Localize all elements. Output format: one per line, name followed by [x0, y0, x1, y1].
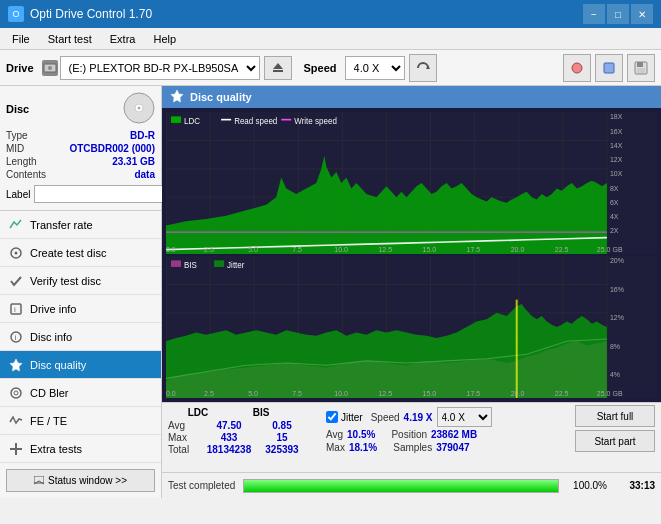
svg-text:22.5: 22.5 [555, 245, 569, 254]
svg-text:2.5: 2.5 [204, 389, 214, 398]
drive-label: Drive [6, 62, 34, 74]
progress-percent: 100.0% [567, 480, 607, 491]
create-test-disc-icon [8, 245, 24, 261]
jitter-max-label: Max [326, 442, 345, 453]
svg-text:20.0: 20.0 [511, 245, 525, 254]
position-value: 23862 MB [431, 429, 477, 440]
start-full-button[interactable]: Start full [575, 405, 655, 427]
refresh-button[interactable] [409, 54, 437, 82]
svg-text:5.0: 5.0 [248, 245, 258, 254]
disc-title: Disc [6, 103, 29, 115]
menu-extra[interactable]: Extra [102, 31, 144, 47]
svg-text:17.5: 17.5 [467, 389, 481, 398]
svg-text:6X: 6X [610, 198, 619, 207]
svg-text:18X: 18X [610, 112, 623, 121]
svg-text:17.5: 17.5 [467, 245, 481, 254]
svg-text:5.0: 5.0 [248, 389, 258, 398]
start-part-button[interactable]: Start part [575, 430, 655, 452]
progress-time: 33:13 [615, 480, 655, 491]
sidebar-item-create-test-disc[interactable]: Create test disc [0, 239, 161, 267]
avg-ldc: 47.50 [204, 420, 254, 431]
svg-rect-24 [15, 443, 17, 455]
minimize-button[interactable]: − [583, 4, 605, 24]
mid-label: MID [6, 143, 24, 154]
svg-text:12X: 12X [610, 155, 623, 164]
menu-start-test[interactable]: Start test [40, 31, 100, 47]
sidebar-label-verify-test-disc: Verify test disc [30, 275, 101, 287]
sidebar-item-extra-tests[interactable]: Extra tests [0, 435, 161, 463]
svg-text:12.5: 12.5 [378, 245, 392, 254]
svg-text:8%: 8% [610, 342, 621, 351]
speed-label: Speed [304, 62, 337, 74]
svg-rect-96 [214, 260, 224, 267]
titlebar-left: O Opti Drive Control 1.70 [8, 6, 152, 22]
svg-point-21 [11, 388, 21, 398]
status-text: Test completed [168, 480, 235, 491]
svg-text:0.0: 0.0 [166, 389, 176, 398]
sidebar-item-fe-te[interactable]: FE / TE [0, 407, 161, 435]
svg-rect-94 [171, 260, 181, 267]
extra-tests-icon [8, 441, 24, 457]
charts-container: LDC Read speed Write speed 18X 16X 14X 1… [162, 108, 661, 402]
svg-text:LDC: LDC [184, 116, 200, 126]
sidebar-item-drive-info[interactable]: i Drive info [0, 295, 161, 323]
svg-text:15.0: 15.0 [423, 245, 437, 254]
svg-text:10.0: 10.0 [334, 389, 348, 398]
sidebar-item-verify-test-disc[interactable]: Verify test disc [0, 267, 161, 295]
svg-rect-6 [604, 63, 614, 73]
sidebar-item-cd-bler[interactable]: CD Bler [0, 379, 161, 407]
svg-text:0.0: 0.0 [166, 245, 176, 254]
toolbar-save[interactable] [627, 54, 655, 82]
drive-select[interactable]: (E:) PLEXTOR BD-R PX-LB950SA 1.06 [60, 56, 260, 80]
speed-select[interactable]: 4.0 X [437, 407, 492, 427]
max-ldc: 433 [204, 432, 254, 443]
eject-button[interactable] [264, 56, 292, 80]
toolbar-action2[interactable] [595, 54, 623, 82]
jitter-label: Jitter [341, 412, 363, 423]
label-input[interactable] [34, 185, 167, 203]
total-ldc: 18134238 [204, 444, 254, 455]
menu-help[interactable]: Help [145, 31, 184, 47]
svg-text:Jitter: Jitter [227, 260, 245, 270]
svg-text:i: i [14, 305, 16, 314]
svg-text:16X: 16X [610, 127, 623, 136]
jitter-checkbox-label[interactable]: Jitter [326, 411, 363, 423]
disc-visual [123, 92, 155, 126]
svg-rect-8 [637, 62, 643, 67]
svg-text:10X: 10X [610, 169, 623, 178]
maximize-button[interactable]: □ [607, 4, 629, 24]
max-label: Max [168, 432, 196, 443]
progress-track [243, 479, 559, 493]
close-button[interactable]: ✕ [631, 4, 653, 24]
svg-text:12.5: 12.5 [378, 389, 392, 398]
svg-rect-25 [34, 476, 44, 483]
jitter-avg-label: Avg [326, 429, 343, 440]
status-window-button[interactable]: Status window >> [6, 469, 155, 492]
action-buttons: Start full Start part [575, 405, 655, 452]
contents-label: Contents [6, 169, 46, 180]
toolbar-action1[interactable] [563, 54, 591, 82]
sidebar-item-transfer-rate[interactable]: Transfer rate [0, 211, 161, 239]
sidebar-item-disc-quality[interactable]: Disc quality [0, 351, 161, 379]
content-title: Disc quality [190, 91, 252, 103]
type-value: BD-R [130, 130, 155, 141]
ldc-header: LDC [168, 407, 228, 418]
sidebar-item-disc-info[interactable]: i Disc info [0, 323, 161, 351]
svg-text:4X: 4X [610, 212, 619, 221]
svg-rect-9 [637, 68, 645, 73]
sidebar-label-disc-info: Disc info [30, 331, 72, 343]
svg-marker-20 [10, 359, 22, 371]
svg-point-15 [15, 251, 18, 254]
avg-bis: 0.85 [262, 420, 302, 431]
titlebar: O Opti Drive Control 1.70 − □ ✕ [0, 0, 661, 28]
menu-file[interactable]: File [4, 31, 38, 47]
disc-info-icon: i [8, 329, 24, 345]
svg-text:8X: 8X [610, 183, 619, 192]
jitter-checkbox[interactable] [326, 411, 338, 423]
svg-point-12 [138, 107, 141, 110]
app-title: Opti Drive Control 1.70 [30, 7, 152, 21]
drive-icon [42, 60, 58, 76]
svg-text:7.5: 7.5 [292, 245, 302, 254]
svg-text:i: i [15, 333, 17, 342]
speed-select[interactable]: 1.0 X 2.0 X 4.0 X 8.0 X [345, 56, 405, 80]
